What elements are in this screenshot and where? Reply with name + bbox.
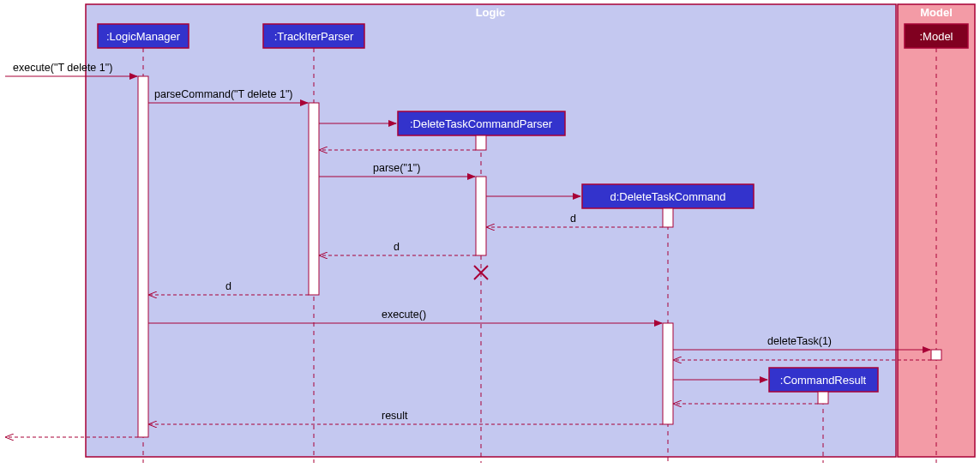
- svg-text::Model: :Model: [919, 30, 953, 43]
- svg-text:d:DeleteTaskCommand: d:DeleteTaskCommand: [610, 190, 725, 203]
- svg-text:deleteTask(1): deleteTask(1): [767, 335, 832, 347]
- activation-dtc-1: [663, 208, 673, 227]
- activation-dtcp-1: [476, 135, 486, 150]
- sequence-diagram: Logic Model :LogicManager :TrackIterPars…: [0, 0, 980, 468]
- activation-dtcp-2: [476, 177, 486, 255]
- activation-cr: [818, 392, 828, 404]
- svg-text:parseCommand("T delete 1"): parseCommand("T delete 1"): [154, 88, 293, 100]
- svg-text:parse("1"): parse("1"): [373, 162, 420, 174]
- model-frame-title: Model: [920, 6, 953, 19]
- logic-frame-title: Logic: [476, 6, 506, 19]
- activation-model: [931, 350, 941, 360]
- svg-text:execute("T delete 1"): execute("T delete 1"): [13, 62, 112, 74]
- svg-text:d: d: [225, 280, 231, 292]
- svg-text::CommandResult: :CommandResult: [780, 374, 867, 387]
- svg-text::DeleteTaskCommandParser: :DeleteTaskCommandParser: [410, 117, 553, 130]
- activation-tip: [309, 103, 319, 295]
- svg-text:result: result: [382, 410, 408, 422]
- svg-text::LogicManager: :LogicManager: [106, 30, 181, 43]
- svg-text:d: d: [394, 241, 400, 253]
- svg-text:execute(): execute(): [382, 309, 426, 321]
- svg-text::TrackIterParser: :TrackIterParser: [274, 30, 354, 43]
- svg-text:d: d: [570, 213, 576, 225]
- activation-dtc-2: [663, 323, 673, 424]
- activation-lm: [138, 76, 148, 437]
